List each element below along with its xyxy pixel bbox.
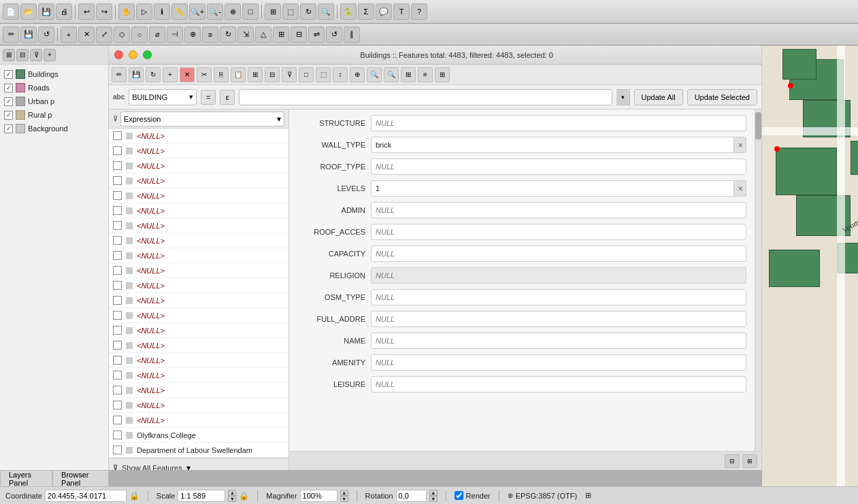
new-file-icon[interactable]: 📄 (3, 3, 19, 20)
layer-checkbox-rural[interactable] (4, 111, 13, 120)
simplify-icon[interactable]: △ (255, 27, 271, 43)
attr-value-leisure[interactable] (371, 376, 746, 392)
attr-value-admin[interactable] (371, 202, 746, 218)
ring-icon[interactable]: ○ (131, 27, 148, 43)
scale-down-btn[interactable]: ▼ (228, 496, 236, 502)
update-all-button[interactable]: Update All (634, 89, 683, 105)
feature-checkbox[interactable] (113, 326, 122, 335)
deselect-all-btn[interactable]: ⬚ (316, 67, 331, 82)
zoom-to-selected-btn[interactable]: 🔍 (367, 67, 382, 82)
close-button[interactable] (114, 50, 123, 59)
feature-row[interactable]: <NULL> (109, 173, 288, 188)
scale-input[interactable] (178, 490, 225, 502)
layer-checkbox-urban[interactable] (4, 97, 13, 106)
coordinate-input[interactable] (45, 490, 127, 502)
refresh-icon[interactable]: ↻ (300, 3, 316, 20)
feature-row[interactable]: <NULL> (109, 188, 288, 203)
clear-levels-btn[interactable]: ✕ (734, 180, 746, 197)
pan-to-selected-btn[interactable]: ⊕ (350, 67, 365, 82)
identify-icon[interactable]: ℹ (154, 3, 170, 20)
layer-item-urban[interactable]: Urban p (0, 95, 108, 108)
feature-row[interactable]: <NULL> (109, 293, 288, 308)
feature-checkbox[interactable] (113, 131, 122, 140)
filter-btn[interactable]: ⊽ (282, 67, 297, 82)
scrollbar-thumb[interactable] (755, 112, 761, 139)
select-all-btn[interactable]: ⊞ (248, 67, 263, 82)
feature-checkbox[interactable] (113, 416, 122, 424)
layer-item-rural[interactable]: Rural p (0, 108, 108, 122)
feature-row[interactable]: <NULL> (109, 248, 288, 263)
cut-selection-btn[interactable]: ✂ (197, 67, 212, 82)
offset-icon[interactable]: ≡ (202, 27, 218, 43)
feature-row[interactable]: <NULL> (109, 203, 288, 218)
undo-icon[interactable]: ↩ (78, 3, 95, 20)
flip-icon[interactable]: ⇌ (308, 27, 325, 43)
zoom-full-icon[interactable]: ⊞ (265, 3, 281, 20)
attr-value-roof-acces[interactable] (371, 224, 746, 240)
attr-value-roof-type[interactable] (371, 158, 746, 175)
dock-btn[interactable]: ⊞ (401, 67, 416, 82)
attr-value-capacity[interactable] (371, 246, 746, 262)
python-icon[interactable]: 🐍 (340, 3, 357, 20)
search-toolbar-icon[interactable]: 🔍 (318, 3, 334, 20)
epsilon-button[interactable]: ε (220, 90, 235, 105)
rotation-up-btn[interactable]: ▲ (429, 490, 438, 496)
feature-checkbox[interactable] (113, 236, 122, 245)
rotate-icon[interactable]: ↻ (220, 27, 236, 43)
attr-value-name[interactable] (371, 333, 746, 349)
split-icon[interactable]: ⊣ (167, 27, 183, 43)
pan-map-icon[interactable]: ⊕ (225, 3, 241, 20)
feature-row[interactable]: <NULL> (109, 338, 288, 353)
feature-checkbox[interactable] (113, 221, 122, 230)
value-dropdown-arrow[interactable]: ▾ (616, 89, 630, 105)
save2-icon[interactable]: 💾 (20, 27, 37, 43)
feature-row-olyfkrans[interactable]: Olyfkrans College (109, 428, 288, 443)
save-edits-btn[interactable]: 💾 (129, 67, 144, 82)
redo-icon[interactable]: ↪ (96, 3, 112, 20)
delete-feature-btn[interactable]: ✕ (180, 67, 195, 82)
move-selected-btn[interactable]: ↕ (333, 67, 348, 82)
equals-button[interactable]: = (201, 90, 216, 105)
parallel-icon[interactable]: ∥ (344, 27, 360, 43)
form-view-btn[interactable]: ≡ (418, 67, 433, 82)
footer-btn-2[interactable]: ⊞ (742, 454, 757, 468)
feature-row[interactable]: <NULL> (109, 413, 288, 428)
node-icon[interactable]: ◇ (114, 27, 130, 43)
new-search-btn[interactable]: 🔍 (384, 67, 399, 82)
add-part-icon[interactable]: ⊞ (273, 27, 289, 43)
attribute-form-scrollbar[interactable] (755, 110, 761, 470)
layer-item-background[interactable]: Background (0, 122, 108, 135)
paste-selection-btn[interactable]: 📋 (231, 67, 246, 82)
pencil-icon[interactable]: ✏ (3, 27, 19, 43)
select-features-icon[interactable]: □ (242, 3, 259, 20)
feature-checkbox[interactable] (113, 251, 122, 260)
feature-row[interactable]: <NULL> (109, 368, 288, 383)
print-icon[interactable]: 🖨 (56, 3, 72, 20)
feature-checkbox[interactable] (113, 176, 122, 185)
copy-selection-btn[interactable]: ⎘ (214, 67, 229, 82)
footer-btn-1[interactable]: ⊟ (725, 454, 740, 468)
feature-checkbox[interactable] (113, 446, 122, 454)
pan-icon[interactable]: ✋ (118, 3, 135, 20)
tab-browser-panel[interactable]: Browser Panel (52, 470, 109, 486)
zoom-out-icon[interactable]: 🔍- (207, 3, 223, 20)
attr-value-levels[interactable] (371, 180, 734, 197)
feature-row[interactable]: <NULL> (109, 263, 288, 278)
rollback-icon[interactable]: ↺ (38, 27, 54, 43)
layer-item-roads[interactable]: Roads (0, 81, 108, 95)
add-feature-attr-btn[interactable]: + (163, 67, 178, 82)
feature-checkbox[interactable] (113, 401, 122, 409)
attr-value-osm-type[interactable] (371, 289, 746, 305)
move-icon[interactable]: ⤢ (96, 27, 112, 43)
merge-icon[interactable]: ⊕ (184, 27, 201, 43)
sum-icon[interactable]: Σ (358, 3, 374, 20)
rotation-down-btn[interactable]: ▼ (429, 496, 438, 502)
add-feature-icon[interactable]: + (61, 27, 77, 43)
reshape-icon[interactable]: ⌀ (149, 27, 165, 43)
reload-btn[interactable]: ↻ (146, 67, 161, 82)
comment-icon[interactable]: 💬 (376, 3, 392, 20)
magnifier-down-btn[interactable]: ▼ (340, 496, 348, 502)
attr-value-religion[interactable] (371, 267, 746, 284)
expand-layers-icon[interactable]: ⊞ (3, 49, 15, 61)
feature-checkbox[interactable] (113, 431, 122, 439)
